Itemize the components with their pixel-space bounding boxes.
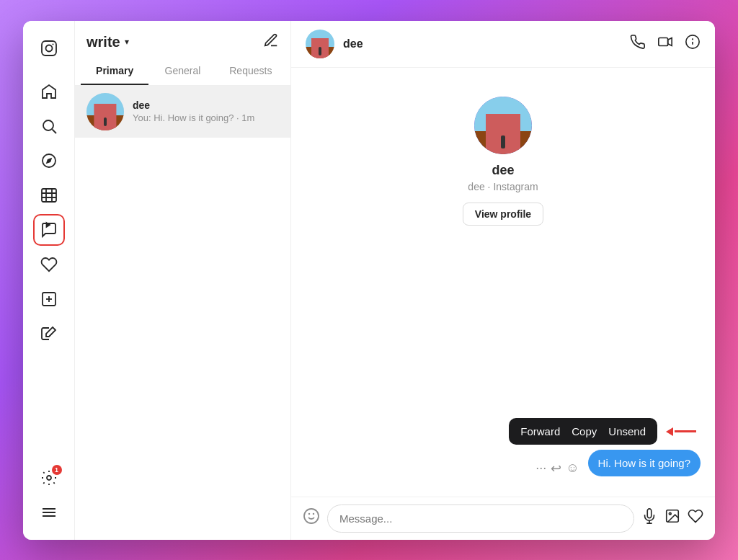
profile-intro-name: dee [492,163,514,178]
svg-rect-0 [42,41,56,55]
conversation-list: dee You: Hi. How is it going? · 1m [75,86,290,540]
context-menu-unsend[interactable]: Unsend [608,425,646,437]
middle-header: write ▾ [75,21,290,58]
view-profile-button[interactable]: View profile [463,203,543,226]
svg-point-2 [52,43,53,45]
svg-point-19 [304,509,319,523]
emoji-picker-icon[interactable] [303,507,320,529]
react-icon[interactable]: ☺ [566,461,579,476]
app-container: 1 write ▾ Primary [23,21,715,540]
profile-intro-sub: dee · Instagram [468,181,538,192]
notification-badge: 1 [52,465,62,475]
chat-panel: dee [291,21,715,540]
chat-body: dee dee · Instagram View profile Forward… [291,68,715,497]
more-options-icon[interactable]: ··· [535,461,546,476]
sidebar-item-menu[interactable] [33,497,65,528]
conversation-avatar [86,93,124,130]
svg-point-1 [45,45,52,51]
sidebar-item-home[interactable] [33,76,65,107]
left-sidebar: 1 [23,21,75,540]
middle-panel: write ▾ Primary General Requests [75,21,291,540]
message-actions-bar: ··· ↩ ☺ [535,461,579,476]
chevron-down-icon[interactable]: ▾ [125,37,129,47]
svg-point-3 [43,120,53,130]
svg-marker-6 [45,157,51,163]
chat-header-actions [630,34,701,53]
gallery-icon[interactable] [664,508,680,528]
sidebar-item-explore[interactable] [33,145,65,177]
profile-intro-avatar [474,97,532,154]
instagram-logo-icon[interactable] [33,32,65,64]
conversation-preview: You: Hi. How is it going? · 1m [133,112,279,123]
red-arrow-indicator [667,427,696,436]
info-icon[interactable] [685,34,701,53]
sidebar-item-messages[interactable] [33,214,65,246]
context-menu: Forward Copy Unsend [509,418,657,445]
sidebar-item-notifications[interactable] [33,249,65,280]
chat-header-avatar [306,30,334,58]
tab-primary[interactable]: Primary [81,58,148,85]
sidebar-item-reels[interactable] [33,179,65,211]
sidebar-item-search[interactable] [33,110,65,142]
conversation-item[interactable]: dee You: Hi. How is it going? · 1m [75,86,290,138]
profile-intro: dee dee · Instagram View profile [306,82,701,254]
context-menu-copy[interactable]: Copy [572,425,597,437]
message-bubble: Hi. How is it going? [588,450,701,476]
context-menu-forward[interactable]: Forward [520,425,560,437]
conversation-name: dee [133,99,279,111]
svg-line-4 [52,129,56,133]
phone-call-icon[interactable] [630,34,646,53]
messages-area: Forward Copy Unsend ··· ↩ ☺ [306,254,701,482]
chat-footer [291,497,715,540]
sidebar-item-threads[interactable] [33,318,65,350]
tab-bar: Primary General Requests [75,58,290,86]
microphone-icon[interactable] [641,508,657,528]
sidebar-item-settings[interactable]: 1 [33,462,65,494]
svg-point-25 [669,512,671,515]
chat-header: dee [291,21,715,68]
message-row: Forward Copy Unsend ··· ↩ ☺ [306,450,701,476]
chat-contact-name: dee [343,37,621,50]
reply-icon[interactable]: ↩ [551,461,561,476]
svg-rect-15 [659,38,668,46]
tab-requests[interactable]: Requests [217,58,285,85]
svg-point-11 [47,476,51,480]
inbox-title: write [86,34,120,50]
message-input[interactable] [327,505,634,533]
compose-icon[interactable] [263,32,279,52]
video-call-icon[interactable] [657,34,673,53]
sidebar-item-create[interactable] [33,283,65,315]
heart-icon[interactable] [688,508,703,528]
svg-rect-7 [42,189,56,202]
tab-general[interactable]: General [148,58,216,85]
